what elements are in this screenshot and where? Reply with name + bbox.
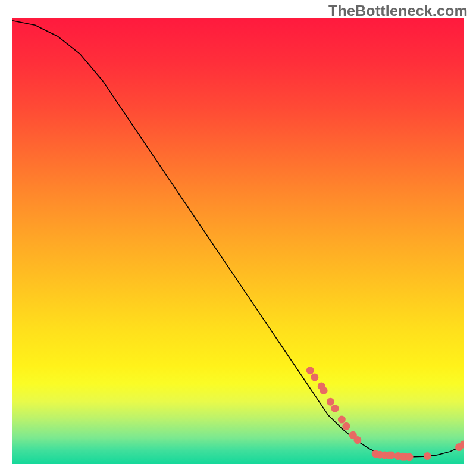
- highlight-dot: [320, 387, 328, 394]
- highlight-dot: [342, 422, 350, 430]
- highlight-dot: [387, 452, 395, 459]
- highlight-dot: [353, 436, 361, 444]
- watermark-text: TheBottleneck.com: [328, 2, 468, 20]
- highlight-dot: [331, 405, 339, 412]
- highlight-dot: [311, 373, 318, 381]
- chart-container: TheBottleneck.com: [0, 0, 476, 476]
- highlight-dot: [406, 453, 414, 461]
- highlight-dot: [327, 398, 334, 406]
- plot-background: [12, 18, 464, 464]
- highlight-dot: [306, 367, 314, 374]
- highlight-dot: [424, 452, 431, 460]
- chart-svg: [0, 0, 476, 476]
- highlight-dot: [338, 416, 346, 424]
- highlight-dot: [460, 441, 468, 449]
